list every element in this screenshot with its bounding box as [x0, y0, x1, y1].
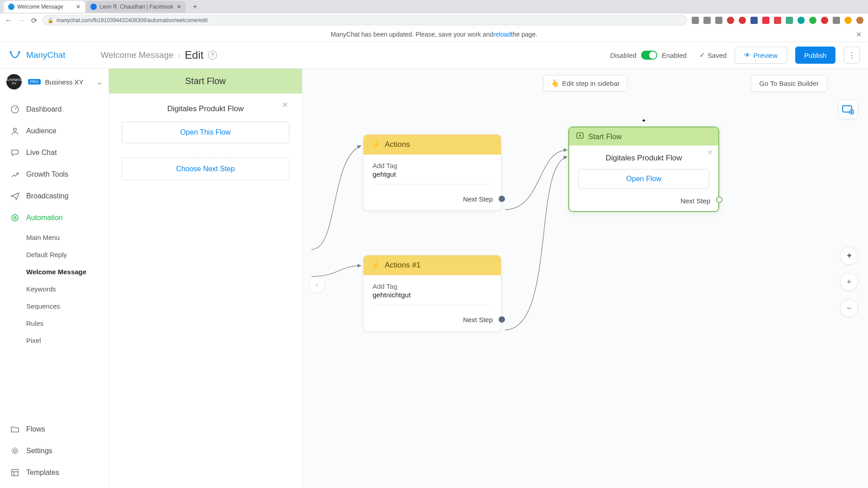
sidebar-label: Settings — [26, 447, 52, 455]
close-icon[interactable]: ✕ — [282, 100, 288, 110]
ext-icon[interactable] — [715, 17, 722, 24]
ext-icon[interactable] — [762, 17, 769, 24]
sidebar-label: Audience — [26, 127, 57, 135]
node-footer: Next Step — [569, 192, 718, 211]
sidebar-item-growth[interactable]: Growth Tools — [0, 164, 108, 185]
subnav-default-reply[interactable]: Default Reply — [26, 246, 108, 263]
ext-icon[interactable] — [821, 17, 828, 24]
sidebar-item-audience[interactable]: Audience — [0, 120, 108, 142]
enable-toggle[interactable] — [641, 51, 657, 60]
sidebar-item-flows[interactable]: Flows — [0, 418, 108, 440]
profile-avatar[interactable] — [856, 17, 863, 24]
ext-icon[interactable] — [833, 17, 840, 24]
zoom-out-button[interactable]: − — [840, 299, 858, 317]
panel-title: Start Flow — [109, 69, 302, 94]
update-banner: ManyChat has been updated. Please, save … — [0, 27, 868, 42]
flow-canvas[interactable]: 👆 Edit step in sidebar Go To Basic Build… — [302, 69, 868, 488]
sidebar-label: Automation — [26, 214, 63, 222]
edit-step-hint[interactable]: 👆 Edit step in sidebar — [543, 75, 627, 91]
close-icon[interactable]: ✕ — [177, 4, 181, 10]
browser-tab-active[interactable]: Welcome Message ✕ — [4, 1, 85, 13]
svg-point-1 — [18, 51, 20, 53]
sidebar-label: Flows — [26, 425, 45, 433]
output-port[interactable] — [716, 197, 722, 203]
subnav-sequences[interactable]: Sequences — [26, 297, 108, 314]
node-footer: Next Step — [363, 314, 501, 331]
choose-next-step-button[interactable]: Choose Next Step — [122, 158, 289, 180]
output-port[interactable] — [499, 196, 505, 202]
sidebar-item-automation[interactable]: Automation — [0, 207, 108, 229]
check-icon: ✓ — [699, 51, 705, 59]
output-port[interactable] — [499, 316, 505, 323]
publish-button[interactable]: Publish — [795, 47, 835, 64]
open-flow-button[interactable]: Open Flow — [578, 169, 709, 189]
sidebar-item-broadcasting[interactable]: Broadcasting — [0, 185, 108, 207]
ext-icon[interactable] — [692, 17, 699, 24]
back-icon[interactable]: ← — [5, 16, 13, 24]
subnav-pixel[interactable]: Pixel — [26, 332, 108, 349]
ext-icon[interactable] — [703, 17, 711, 24]
close-icon[interactable]: ✕ — [856, 30, 862, 39]
address-bar[interactable]: 🔒 manychat.com/fb181039443240830​9/autom… — [42, 15, 687, 25]
svg-point-6 — [14, 450, 16, 452]
publish-label: Publish — [804, 52, 826, 59]
growth-icon — [10, 169, 20, 179]
ext-icon[interactable] — [809, 17, 816, 24]
breadcrumb-item[interactable]: Welcome Message — [101, 50, 174, 60]
auto-arrange-button[interactable]: ✦ — [840, 247, 858, 265]
reload-icon[interactable]: ⟳ — [30, 16, 38, 24]
svg-point-3 — [14, 128, 16, 131]
more-button[interactable]: ⋮ — [844, 47, 860, 64]
open-this-flow-button[interactable]: Open This Flow — [122, 122, 289, 143]
flow-icon — [576, 132, 584, 141]
node-actions-1[interactable]: ⚡ Actions #1 Add Tag gehtnichtgut Next S… — [363, 255, 501, 331]
wand-icon: ✦ — [846, 251, 853, 261]
node-actions[interactable]: ⚡ Actions Add Tag gehtgut Next Step — [363, 134, 501, 211]
close-icon[interactable]: ✕ — [707, 148, 713, 157]
subnav-rules[interactable]: Rules — [26, 314, 108, 332]
ext-icon[interactable] — [739, 17, 746, 24]
minus-icon: − — [847, 304, 852, 313]
ext-icon[interactable] — [750, 17, 758, 24]
zoom-in-button[interactable]: + — [840, 273, 858, 291]
ext-icon[interactable] — [786, 17, 793, 24]
ext-icon[interactable] — [727, 17, 734, 24]
bolt-icon: ⚡ — [371, 261, 380, 270]
sidebar-item-settings[interactable]: Settings — [0, 440, 108, 462]
eye-icon: 👁 — [744, 52, 750, 59]
preview-button[interactable]: 👁 Preview — [735, 47, 787, 64]
node-start-flow[interactable]: Start Flow ✕ Digitales Produkt Flow Open… — [568, 127, 719, 212]
subnav-welcome-message[interactable]: Welcome Message — [26, 263, 108, 280]
brand[interactable]: ManyChat — [8, 48, 66, 62]
plus-icon: + — [847, 277, 852, 287]
sidebar-item-livechat[interactable]: Live Chat — [0, 142, 108, 164]
sidebar: BUSINESS XY PRO Business XY ⌄ Dashboard … — [0, 69, 109, 488]
go-basic-builder-button[interactable]: Go To Basic Builder — [751, 75, 827, 92]
chevron-left-icon: ‹ — [316, 281, 318, 289]
status-toggle-group: Disabled Enabled — [610, 51, 686, 60]
tab-bar: Welcome Message ✕ Leon R. Chaudhari | Fa… — [0, 0, 868, 14]
banner-reload-link[interactable]: reload — [493, 31, 511, 38]
more-vertical-icon: ⋮ — [848, 51, 855, 60]
workspace-avatar: BUSINESS XY — [6, 74, 22, 89]
subnav-main-menu[interactable]: Main Menu — [26, 229, 108, 246]
sidebar-item-dashboard[interactable]: Dashboard — [0, 99, 108, 120]
subnav-keywords[interactable]: Keywords — [26, 280, 108, 297]
ext-icon[interactable] — [774, 17, 781, 24]
next-step-label: Next Step — [680, 197, 710, 205]
sidebar-item-templates[interactable]: Templates — [0, 462, 108, 483]
collapse-panel-button[interactable]: ‹ — [309, 277, 325, 293]
browser-tab[interactable]: Leon R. Chaudhari | Facebook ✕ — [86, 1, 186, 13]
ext-icon[interactable] — [797, 17, 805, 24]
action-field-value: gehtgut — [373, 170, 492, 178]
add-node-button[interactable] — [838, 99, 858, 119]
svg-rect-7 — [12, 469, 18, 476]
saved-label: Saved — [708, 52, 727, 59]
help-icon[interactable]: ? — [208, 51, 217, 60]
ext-icon[interactable] — [844, 17, 852, 24]
new-tab-button[interactable]: + — [190, 2, 199, 11]
action-field-label: Add Tag — [373, 282, 492, 290]
forward-icon[interactable]: → — [17, 16, 25, 24]
workspace-switcher[interactable]: BUSINESS XY PRO Business XY ⌄ — [0, 69, 108, 95]
close-icon[interactable]: ✕ — [76, 4, 80, 10]
